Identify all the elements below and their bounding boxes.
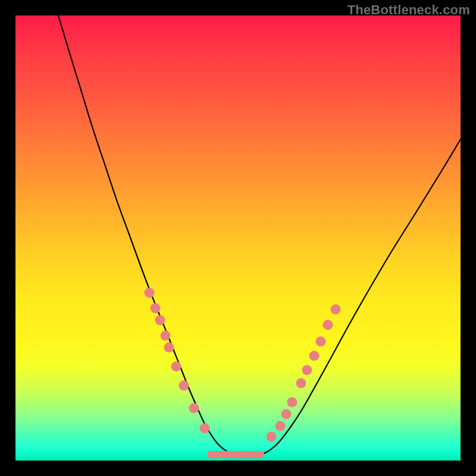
marker-dot — [189, 403, 199, 414]
marker-dot — [296, 378, 306, 389]
marker-dot — [267, 432, 277, 442]
marker-dot — [287, 397, 298, 408]
marker-dot — [309, 351, 320, 361]
marker-dot — [275, 421, 286, 431]
bottleneck-plot — [15, 15, 461, 461]
bottleneck-curve — [58, 15, 461, 456]
marker-dot — [164, 343, 174, 353]
marker-dot — [302, 365, 312, 375]
chart-frame — [15, 15, 461, 461]
marker-dot — [200, 424, 210, 434]
marker-cluster-left — [145, 288, 210, 434]
watermark-text: TheBottleneck.com — [347, 2, 470, 18]
marker-dot — [281, 409, 292, 419]
marker-dot — [155, 315, 165, 325]
marker-dot — [145, 288, 155, 298]
marker-cluster-right — [267, 305, 341, 442]
marker-dot — [331, 305, 341, 315]
marker-dot — [323, 320, 333, 330]
marker-dot — [151, 303, 161, 314]
marker-dot — [316, 337, 326, 347]
marker-dot — [161, 331, 171, 341]
marker-dot — [171, 362, 181, 372]
marker-dot — [179, 381, 189, 391]
